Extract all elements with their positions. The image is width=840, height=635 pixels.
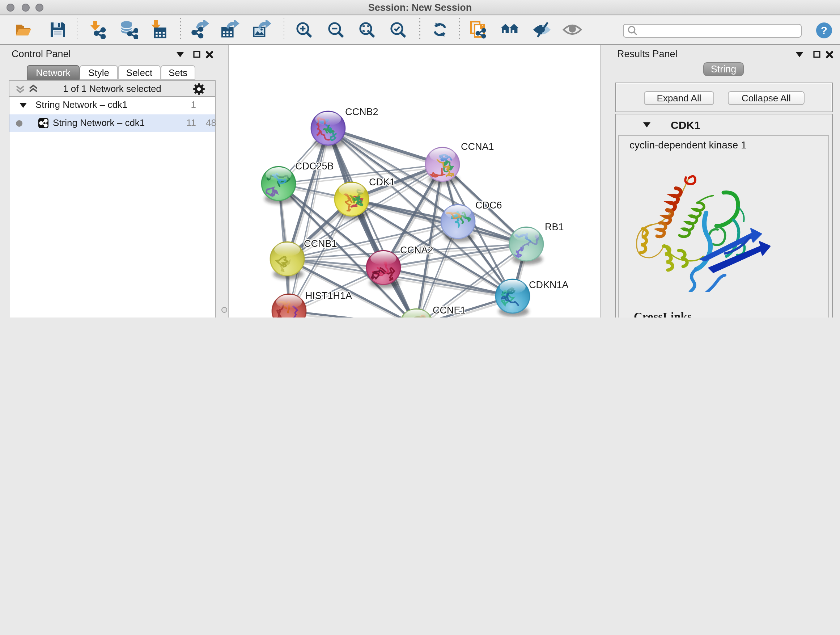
svg-text:CDC25B: CDC25B bbox=[295, 160, 334, 171]
svg-text:RB1: RB1 bbox=[545, 221, 564, 232]
svg-text:CCNE1: CCNE1 bbox=[433, 304, 466, 315]
svg-text:CDC6: CDC6 bbox=[475, 200, 502, 211]
svg-text:CCNB1: CCNB1 bbox=[304, 238, 337, 249]
svg-text:CCNA2: CCNA2 bbox=[400, 244, 433, 255]
svg-text:CDK1: CDK1 bbox=[369, 176, 395, 187]
svg-text:?: ? bbox=[821, 24, 827, 36]
svg-text:CCNA1: CCNA1 bbox=[461, 141, 494, 152]
svg-text:HIST1H1A: HIST1H1A bbox=[305, 290, 352, 301]
svg-text:CCNB2: CCNB2 bbox=[345, 106, 378, 117]
svg-text:CDKN1A: CDKN1A bbox=[529, 279, 569, 290]
